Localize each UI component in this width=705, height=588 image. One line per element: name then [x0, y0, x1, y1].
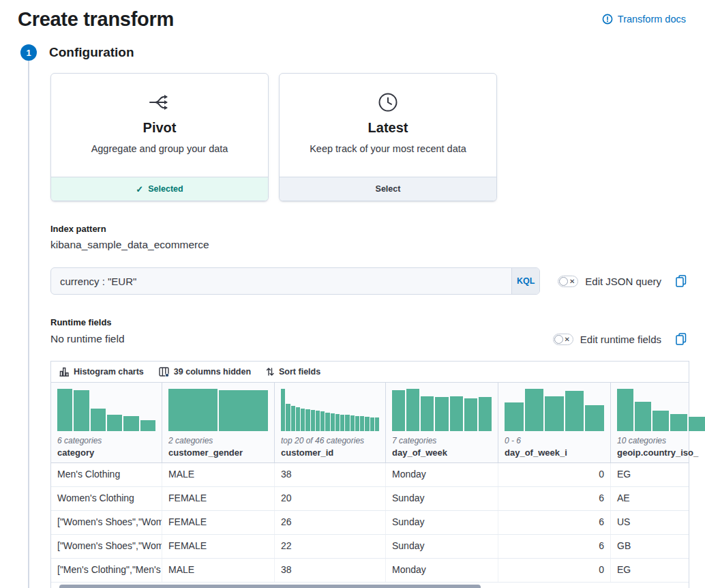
transform-docs-link[interactable]: Transform docs	[602, 14, 686, 25]
cell[interactable]: ["Women's Shoes","Wom...	[51, 511, 162, 534]
latest-footer-label: Select	[376, 184, 401, 194]
cell[interactable]: FEMALE	[162, 511, 275, 534]
grid-header: 6 categories category 2 categories custo…	[51, 383, 689, 463]
cell[interactable]: GB	[611, 535, 705, 558]
pivot-card-title: Pivot	[143, 120, 177, 136]
column-histogram	[617, 389, 705, 431]
clock-icon	[377, 89, 399, 116]
create-transform-page: Create transform Transform docs 1 Config…	[0, 0, 705, 588]
columns-hidden-button[interactable]: 39 columns hidden	[159, 367, 251, 377]
table-row: ["Women's Shoes","Wom... FEMALE 22 Sunda…	[51, 535, 689, 559]
latest-select-footer[interactable]: Select	[280, 177, 496, 201]
table-row: ["Women's Shoes","Wom... FEMALE 26 Sunda…	[51, 511, 689, 535]
sort-icon	[266, 367, 274, 377]
cell[interactable]: ["Men's Clothing","Men's ...	[51, 559, 162, 582]
edit-json-query-toggle[interactable]: ✕	[558, 276, 578, 287]
column-histogram	[392, 389, 492, 431]
query-input-value: currency : "EUR"	[51, 276, 511, 287]
step-title: Configuration	[49, 45, 134, 60]
cell[interactable]: 38	[275, 559, 386, 582]
cell[interactable]: EG	[611, 559, 705, 582]
page-title: Create transform	[18, 8, 174, 31]
cell[interactable]: 20	[275, 487, 386, 510]
cell[interactable]: US	[611, 511, 705, 534]
query-row: currency : "EUR" KQL ✕ Edit JSON query	[50, 267, 687, 295]
page-header: Create transform Transform docs	[0, 0, 705, 31]
cell[interactable]: Sunday	[386, 535, 498, 558]
pivot-footer-label: Selected	[148, 184, 183, 194]
edit-json-query-group: ✕ Edit JSON query	[558, 275, 687, 287]
check-icon: ✓	[136, 184, 143, 194]
latest-card[interactable]: Latest Keep track of your most recent da…	[279, 73, 497, 201]
pivot-card-description: Aggregate and group your data	[91, 143, 228, 154]
latest-card-title: Latest	[368, 120, 408, 136]
cell[interactable]: 22	[275, 535, 386, 558]
toggle-off-x-icon: ✕	[569, 277, 575, 286]
configuration-section: Pivot Aggregate and group your data ✓ Se…	[28, 61, 705, 588]
runtime-fields-row: No runtime field ✕ Edit runtime fields	[50, 333, 687, 345]
step-number-badge: 1	[20, 44, 37, 61]
table-row: Men's Clothing MALE 38 Monday 0 EG	[51, 463, 689, 487]
column-header-geoip-country-iso[interactable]: 10 categories geoip.country_iso_	[611, 383, 705, 462]
column-histogram	[505, 389, 604, 431]
cell[interactable]: 38	[275, 463, 386, 486]
kql-language-button[interactable]: KQL	[511, 268, 539, 294]
cell[interactable]: 6	[498, 487, 611, 510]
column-histogram	[281, 389, 379, 431]
cell[interactable]: Sunday	[386, 511, 498, 534]
index-pattern-value: kibana_sample_data_ecommerce	[50, 239, 705, 251]
notification-dot	[165, 373, 169, 377]
cell[interactable]: MALE	[162, 559, 275, 582]
column-header-category[interactable]: 6 categories category	[51, 383, 162, 462]
column-header-customer-id[interactable]: top 20 of 46 categories customer_id	[275, 383, 386, 462]
preview-data-grid: Histogram charts 39 columns hidden	[50, 361, 689, 588]
docs-icon	[602, 14, 613, 25]
horizontal-scrollbar	[51, 583, 689, 588]
query-input[interactable]: currency : "EUR" KQL	[50, 267, 540, 295]
cell[interactable]: 6	[498, 535, 611, 558]
cell[interactable]: 26	[275, 511, 386, 534]
table-row: ["Men's Clothing","Men's ... MALE 38 Mon…	[51, 559, 689, 583]
cell[interactable]: 6	[498, 511, 611, 534]
column-header-day-of-week[interactable]: 7 categories day_of_week	[386, 383, 498, 462]
toggle-knob	[554, 335, 563, 344]
horizontal-scrollbar-thumb[interactable]	[59, 585, 481, 588]
cell[interactable]: EG	[611, 463, 705, 486]
pivot-icon	[148, 89, 171, 116]
copy-json-query-icon[interactable]	[676, 275, 687, 287]
cell[interactable]: Men's Clothing	[51, 463, 162, 486]
cell[interactable]: ["Women's Shoes","Wom...	[51, 535, 162, 558]
toggle-off-x-icon: ✕	[564, 335, 569, 344]
histogram-charts-button[interactable]: Histogram charts	[59, 367, 144, 377]
cell[interactable]: FEMALE	[162, 487, 275, 510]
runtime-fields-value: No runtime field	[50, 333, 125, 345]
cell[interactable]: 0	[498, 463, 611, 486]
docs-link-label: Transform docs	[618, 14, 686, 25]
table-row: Women's Clothing FEMALE 20 Sunday 6 AE	[51, 487, 689, 511]
step-header: 1 Configuration	[0, 44, 705, 61]
cell[interactable]: Sunday	[386, 487, 498, 510]
pivot-selected-footer[interactable]: ✓ Selected	[51, 177, 268, 201]
column-header-customer-gender[interactable]: 2 categories customer_gender	[162, 383, 275, 462]
cell[interactable]: FEMALE	[162, 535, 275, 558]
pivot-card[interactable]: Pivot Aggregate and group your data ✓ Se…	[50, 73, 269, 201]
cell[interactable]: 0	[498, 559, 611, 582]
column-header-day-of-week-i[interactable]: 0 - 6 day_of_week_i	[498, 383, 611, 462]
cell[interactable]: Monday	[386, 463, 498, 486]
grid-body: Men's Clothing MALE 38 Monday 0 EG Women…	[51, 463, 689, 583]
sort-fields-button[interactable]: Sort fields	[266, 367, 320, 377]
edit-runtime-fields-label: Edit runtime fields	[580, 334, 661, 345]
toggle-knob	[559, 277, 568, 286]
cell[interactable]: AE	[611, 487, 705, 510]
runtime-fields-label: Runtime fields	[50, 317, 705, 327]
transform-type-cards: Pivot Aggregate and group your data ✓ Se…	[50, 73, 705, 201]
column-histogram	[168, 389, 268, 431]
copy-runtime-fields-icon[interactable]	[676, 333, 687, 345]
index-pattern-label: Index pattern	[50, 224, 705, 234]
columns-icon	[159, 367, 169, 377]
latest-card-description: Keep track of your most recent data	[310, 143, 466, 154]
cell[interactable]: Women's Clothing	[51, 487, 162, 510]
cell[interactable]: MALE	[162, 463, 275, 486]
cell[interactable]: Monday	[386, 559, 498, 582]
edit-runtime-fields-toggle[interactable]: ✕	[553, 334, 573, 345]
